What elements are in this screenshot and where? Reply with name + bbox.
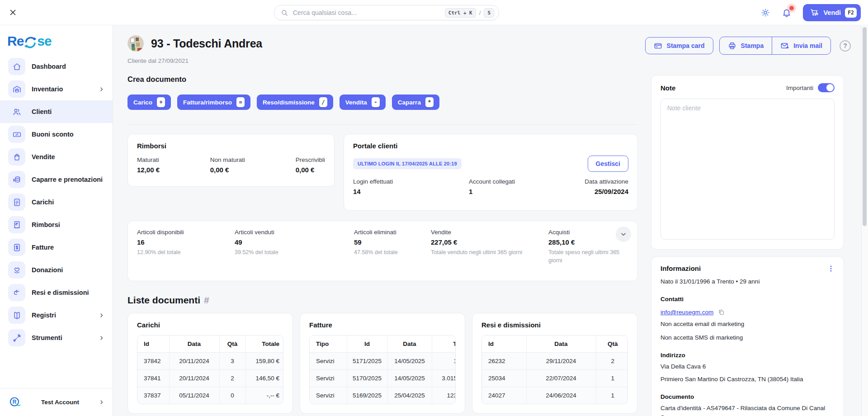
main-content: 93 - Todeschi Andrea Cliente dal 27/09/2… <box>113 25 868 416</box>
sidebar-item-strumenti[interactable]: Strumenti <box>0 326 113 349</box>
customer-summary-card: Articoli disponibili 16 12.90% del total… <box>127 221 638 281</box>
notification-dot <box>789 6 794 10</box>
summary-stat-removed: Articoli eliminati 59 47.58% del totale <box>354 229 431 265</box>
sidebar-menu: Dashboard Inventario Clienti Buoni scont… <box>0 52 113 352</box>
column-header: Id <box>137 336 169 353</box>
address-line-2: Primiero San Martino Di Castrozza, TN (3… <box>660 375 835 384</box>
deposits-icon <box>12 175 22 184</box>
table-row[interactable]: Servizi5171/202514/05/20251,00 € <box>310 353 456 370</box>
scrollbar-thumb[interactable] <box>863 27 867 226</box>
create-reso-dismissione-button[interactable]: Reso/dismissione / <box>257 95 333 110</box>
sales-icon <box>12 152 22 162</box>
marketing-email-status: Non accetta email di marketing <box>660 320 835 329</box>
sidebar-item-registri[interactable]: Registri <box>0 304 113 326</box>
documents-table: IdDataQtà 2623229/11/202422503422/07/202… <box>482 336 628 404</box>
create-carico-button[interactable]: Carico + <box>127 95 171 110</box>
sidebar-item-rimborsi[interactable]: Rimborsi <box>0 213 113 236</box>
portal-card-title: Portale clienti <box>353 142 628 150</box>
last-login-badge: ULTIMO LOGIN IL 17/04/2025 ALLE 20:19 <box>353 158 462 169</box>
sell-button[interactable]: Vendi F2 <box>803 4 861 21</box>
document-tables: Carichi IdDataQtàTotale 3784220/11/20243… <box>127 313 638 414</box>
column-header: Tipo <box>310 336 347 353</box>
customer-notes-input[interactable] <box>660 99 835 240</box>
documents-section-title: Liste documenti# <box>127 295 638 306</box>
tools-icon <box>12 333 22 343</box>
column-header: Id <box>347 336 387 353</box>
table-row[interactable]: Servizi5170/202514/05/20253.015,64 € <box>310 370 456 387</box>
returns-icon <box>12 288 22 298</box>
bell-icon[interactable] <box>782 8 792 18</box>
table-card-title: Fatture <box>309 321 456 329</box>
close-icon[interactable] <box>9 9 17 16</box>
address-line-1: Via Della Cava 6 <box>660 362 835 371</box>
column-header: Data <box>526 336 596 353</box>
shortcut-key: / <box>319 97 327 107</box>
send-mail-button[interactable]: Invia mail <box>772 37 830 54</box>
summary-stat-available: Articoli disponibili 16 12.90% del total… <box>137 229 235 265</box>
refunds-card-title: Rimborsi <box>137 142 325 150</box>
column-header: Qtà <box>219 336 245 353</box>
print-button[interactable]: Stampa <box>720 37 772 54</box>
coupon-icon <box>12 130 22 139</box>
table-row[interactable]: 2503422/07/20241 <box>482 370 628 387</box>
refund-stat-prescrivibli: Prescrivibli 0,00 € <box>296 156 325 174</box>
header-actions: Stampa card Stampa Invia mail ? <box>645 37 851 55</box>
table-row[interactable]: 2623229/11/20242 <box>482 353 628 370</box>
account-switcher[interactable]: R Test Account <box>0 388 113 416</box>
address-title: Indirizzo <box>660 352 835 359</box>
table-row[interactable]: 3784220/11/20243159,80 € <box>137 353 283 370</box>
search-input[interactable]: Cerca qualsiasi cosa... Ctrl + K / S <box>274 5 499 20</box>
customer-email-link[interactable]: info@reusegm.com <box>660 309 713 316</box>
create-fattura-rimborso-button[interactable]: Fattura/rimborso = <box>177 95 250 110</box>
notes-card: Note Importanti <box>651 75 844 250</box>
topbar-actions: Vendi F2 <box>760 4 868 21</box>
section-anchor-link[interactable]: # <box>204 295 209 305</box>
document-table-card: Resi e dismissioni IdDataQtà 2623229/11/… <box>472 313 637 414</box>
app-logo: Re se <box>0 25 113 52</box>
customer-header: 93 - Todeschi Andrea Cliente dal 27/09/2… <box>127 35 851 64</box>
print-mail-button-group: Stampa Invia mail <box>719 37 831 55</box>
sidebar-item-buoni-sconto[interactable]: Buoni sconto <box>0 123 113 146</box>
manage-portal-button[interactable]: Gestisci <box>588 156 628 172</box>
sell-button-shortcut: F2 <box>845 8 857 18</box>
sidebar-item-caparre-e-prenotazioni[interactable]: Caparre e prenotazioni <box>0 168 113 191</box>
portal-stat-activation: Data attivazione 25/09/2024 <box>585 178 628 195</box>
sidebar-item-carichi[interactable]: Carichi <box>0 191 113 213</box>
create-caparra-button[interactable]: Caparra * <box>392 95 439 110</box>
info-card-title: Informazioni <box>660 265 701 272</box>
notes-card-title: Note <box>660 84 675 92</box>
search-icon <box>281 9 288 17</box>
scrollbar-track <box>861 25 868 416</box>
shortcut-key: * <box>425 97 434 107</box>
create-vendita-button[interactable]: Vendita - <box>340 95 386 110</box>
print-card-button[interactable]: Stampa card <box>645 37 713 54</box>
sidebar-item-resi-e-dismissioni[interactable]: Resi e dismissioni <box>0 281 113 304</box>
portal-stat-accounts: Account collegati 1 <box>469 178 585 195</box>
sell-button-label: Vendi <box>823 9 841 16</box>
sidebar-item-inventario[interactable]: Inventario <box>0 78 113 100</box>
table-row[interactable]: 3783705/11/20240-,-- € <box>137 387 283 404</box>
table-row[interactable]: 2402724/06/20241 <box>482 387 628 404</box>
important-notes-toggle[interactable] <box>818 83 835 92</box>
sidebar-item-clienti[interactable]: Clienti <box>0 100 113 123</box>
home-icon <box>12 62 22 71</box>
birth-info: Nato il 31/01/1996 a Trento • 29 anni <box>660 277 835 286</box>
recycle-circle-icon <box>23 35 38 50</box>
shortcut-key: - <box>372 97 380 107</box>
table-row[interactable]: 3784120/11/20242146,50 € <box>137 370 283 387</box>
sidebar-item-donazioni[interactable]: Donazioni <box>0 259 113 281</box>
page-title: 93 - Todeschi Andrea <box>151 37 262 50</box>
clients-icon <box>12 107 22 117</box>
search-shortcut-separator: / <box>479 9 481 16</box>
copy-icon[interactable] <box>718 309 725 316</box>
sidebar-item-dashboard[interactable]: Dashboard <box>0 55 113 78</box>
customer-portal-card: Portale clienti ULTIMO LOGIN IL 17/04/20… <box>344 134 638 211</box>
table-row[interactable]: Servizi5169/202525/04/2025123,00 € <box>310 387 456 404</box>
sidebar-item-vendite[interactable]: Vendite <box>0 146 113 168</box>
dots-vertical-icon[interactable] <box>827 265 835 272</box>
sidebar-item-fatture[interactable]: Fatture <box>0 236 113 259</box>
table-card-title: Carichi <box>137 321 283 329</box>
brightness-icon[interactable] <box>760 8 770 18</box>
chevron-down-icon[interactable] <box>616 227 631 242</box>
help-icon[interactable]: ? <box>840 40 851 52</box>
